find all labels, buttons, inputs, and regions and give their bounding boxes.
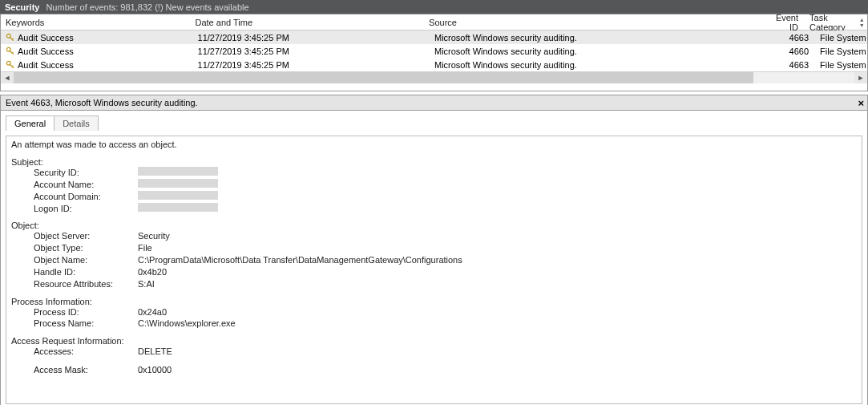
table-row[interactable]: Audit Success11/27/2019 3:45:25 PMMicros… [1, 30, 867, 44]
value-handle-id: 0x4b20 [138, 266, 167, 278]
horizontal-scrollbar[interactable]: ◄ ► [1, 71, 867, 83]
cell-taskcategory: File System [813, 60, 867, 70]
cell-eventid: 4663 [773, 33, 813, 43]
label-security-id: Security ID: [34, 167, 138, 179]
detail-body: An attempt was made to access an object.… [6, 136, 862, 404]
label-logon-id: Logon ID: [34, 203, 138, 215]
svg-line-5 [12, 51, 14, 53]
label-process-id: Process ID: [34, 306, 138, 318]
event-detail-title: Event 4663, Microsoft Windows security a… [6, 98, 198, 107]
detail-body-wrap: An attempt was made to access an object.… [0, 131, 868, 405]
close-icon[interactable]: × [858, 97, 864, 109]
column-header-eventid[interactable]: Event ID [764, 13, 803, 32]
scroll-track[interactable] [14, 72, 854, 83]
tab-details[interactable]: Details [54, 115, 99, 131]
cell-keywords: Audit Success [18, 60, 74, 70]
value-access-mask: 0x10000 [138, 364, 172, 376]
value-object-server: Security [138, 230, 170, 242]
cell-source: Microsoft Windows security auditing. [430, 47, 773, 56]
label-object-name: Object Name: [34, 254, 138, 266]
key-icon [6, 47, 18, 56]
event-list-pane: Keywords Date and Time Source Event ID T… [0, 14, 868, 91]
svg-line-2 [12, 38, 14, 39]
column-headers[interactable]: Keywords Date and Time Source Event ID T… [1, 14, 867, 30]
svg-line-8 [12, 65, 14, 67]
section-object-title: Object: [11, 221, 857, 230]
cell-source: Microsoft Windows security auditing. [430, 33, 773, 43]
event-message-headline: An attempt was made to access an object. [11, 140, 857, 149]
window-titlebar: Security Number of events: 981,832 (!) N… [0, 0, 868, 14]
key-icon [6, 33, 18, 43]
cell-eventid: 4663 [773, 60, 813, 70]
value-logon-id [138, 203, 218, 215]
value-process-name: C:\Windows\explorer.exe [138, 318, 236, 330]
section-process-title: Process Information: [11, 297, 857, 306]
value-object-name: C:\ProgramData\Microsoft\Data Transfer\D… [138, 254, 462, 266]
label-account-domain: Account Domain: [34, 191, 138, 203]
value-resource-attributes: S:AI [138, 278, 155, 290]
value-object-type: File [138, 242, 152, 254]
cell-taskcategory: File System [813, 47, 867, 56]
label-account-name: Account Name: [34, 179, 138, 191]
cell-datetime: 11/27/2019 3:45:25 PM [193, 60, 430, 70]
label-handle-id: Handle ID: [34, 266, 138, 278]
detail-tabbar: General Details [0, 111, 868, 131]
label-process-name: Process Name: [34, 318, 138, 330]
value-security-id [138, 167, 218, 179]
tab-general[interactable]: General [6, 115, 55, 131]
column-header-taskcategory[interactable]: Task Category [803, 13, 856, 32]
cell-keywords: Audit Success [18, 33, 74, 43]
scroll-right-arrow[interactable]: ► [854, 72, 867, 83]
label-object-type: Object Type: [34, 242, 138, 254]
table-row[interactable]: Audit Success11/27/2019 3:45:25 PMMicros… [1, 58, 867, 71]
label-object-server: Object Server: [34, 230, 138, 242]
label-resource-attributes: Resource Attributes: [34, 278, 138, 290]
scroll-thumb[interactable] [14, 72, 753, 83]
table-row[interactable]: Audit Success11/27/2019 3:45:25 PMMicros… [1, 44, 867, 58]
section-access-title: Access Request Information: [11, 336, 857, 346]
cell-source: Microsoft Windows security auditing. [430, 60, 773, 70]
cell-eventid: 4660 [773, 47, 813, 56]
value-process-id: 0x24a0 [138, 306, 167, 318]
titlebar-section: Security [5, 2, 39, 12]
cell-taskcategory: File System [813, 33, 867, 43]
cell-datetime: 11/27/2019 3:45:25 PM [193, 47, 430, 56]
cell-datetime: 11/27/2019 3:45:25 PM [193, 33, 430, 43]
label-accesses: Accesses: [34, 346, 138, 358]
column-header-datetime[interactable]: Date and Time [190, 18, 424, 27]
value-account-domain [138, 191, 218, 203]
event-detail-header: Event 4663, Microsoft Windows security a… [0, 95, 868, 111]
column-header-keywords[interactable]: Keywords [1, 18, 190, 27]
key-icon [6, 60, 18, 70]
label-access-mask: Access Mask: [34, 364, 138, 376]
vertical-scroll-indicator[interactable]: ▲▼ [856, 17, 867, 28]
scroll-left-arrow[interactable]: ◄ [1, 72, 14, 83]
section-subject-title: Subject: [11, 157, 857, 167]
column-header-source[interactable]: Source [424, 18, 764, 27]
cell-keywords: Audit Success [18, 47, 74, 56]
event-rows: Audit Success11/27/2019 3:45:25 PMMicros… [1, 30, 867, 71]
value-account-name [138, 179, 218, 191]
value-accesses: DELETE [138, 346, 172, 358]
titlebar-subtitle: Number of events: 981,832 (!) New events… [46, 2, 248, 12]
